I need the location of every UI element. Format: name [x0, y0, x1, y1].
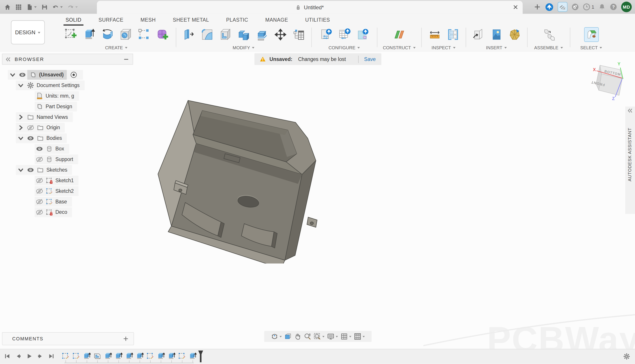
parameters-button[interactable] [292, 28, 306, 42]
visibility-toggle-icon[interactable] [26, 166, 35, 174]
caret-icon[interactable] [60, 5, 63, 8]
new-component-button[interactable] [542, 28, 556, 42]
timeline-feature-extrude-5[interactable] [103, 352, 113, 360]
extrude-button[interactable] [82, 28, 96, 42]
app-grid-button[interactable] [15, 4, 22, 10]
timeline-feature-extrude-7[interactable] [124, 352, 134, 360]
tab-plastic[interactable]: PLASTIC [218, 14, 257, 25]
minimize-icon[interactable] [124, 57, 129, 62]
tree-row-surface[interactable]: Origin [16, 123, 65, 132]
zoom-window-button[interactable] [313, 333, 325, 340]
undo-button[interactable] [52, 4, 63, 10]
tree-row-surface[interactable]: Sketches [16, 165, 72, 175]
insert-mesh-button[interactable] [508, 28, 522, 42]
step-back-button[interactable] [15, 353, 22, 359]
visibility-toggle-icon[interactable] [35, 198, 44, 206]
file-new-button[interactable] [26, 4, 37, 10]
create-sketch-button[interactable] [64, 28, 78, 42]
shell-button[interactable] [219, 28, 233, 42]
close-icon[interactable] [512, 4, 519, 10]
timeline-feature-extrude-10[interactable] [155, 352, 166, 360]
save-button[interactable] [41, 4, 48, 10]
job-status-clock-button[interactable]: 1 [583, 3, 594, 10]
revolve-button[interactable] [100, 28, 114, 42]
upload-button[interactable] [545, 3, 554, 11]
configure-table-button[interactable] [338, 28, 351, 42]
new-tab-plus-button[interactable] [534, 3, 541, 10]
offset-face-button[interactable] [255, 28, 269, 42]
select-tool-button[interactable] [584, 27, 599, 42]
caret-icon[interactable] [34, 5, 37, 8]
tree-row-surface[interactable]: Base [35, 197, 72, 206]
step-forward-button[interactable] [37, 353, 44, 359]
caret-icon[interactable] [349, 335, 352, 338]
group-label-modify[interactable]: MODIFY [233, 44, 255, 51]
help-button[interactable]: ? [610, 3, 617, 10]
tree-row-surface[interactable]: Part Design [35, 102, 77, 111]
timeline-feature-shell-4[interactable] [92, 352, 103, 360]
avatar-button[interactable]: MD [621, 2, 632, 12]
tree-row-surface[interactable]: Sketch2 [35, 186, 79, 196]
chevron-down-icon[interactable] [16, 134, 26, 142]
tab-sheet-metal[interactable]: SHEET METAL [164, 14, 218, 25]
tab-utilities[interactable]: UTILITIES [296, 14, 339, 25]
press-pull-button[interactable] [182, 28, 196, 42]
play-button[interactable] [26, 353, 33, 359]
derive-button[interactable] [471, 28, 485, 42]
group-label-configure[interactable]: CONFIGURE [329, 44, 360, 51]
pattern-button[interactable] [137, 28, 151, 42]
visibility-toggle-icon[interactable] [35, 188, 44, 195]
chevron-down-icon[interactable] [16, 166, 26, 174]
tree-row-surface[interactable]: Document Settings [16, 80, 85, 90]
visibility-toggle-icon[interactable] [26, 134, 35, 142]
fillet-button[interactable] [200, 28, 214, 42]
chevron-down-icon[interactable] [16, 82, 26, 89]
timeline-feature-extrude-13[interactable] [187, 352, 198, 360]
view-cube[interactable]: X Y Z BOTTOM FRONT [589, 59, 628, 101]
tree-row-surface[interactable]: Deco [35, 208, 72, 217]
group-label-construct[interactable]: CONSTRUCT [383, 44, 416, 51]
chevron-right-icon[interactable] [16, 124, 26, 132]
tree-row-surface[interactable]: Units: mm, g [35, 91, 79, 101]
timeline-playhead[interactable] [198, 350, 204, 363]
section-analysis-button[interactable] [446, 28, 460, 42]
model-canvas[interactable]: PCBWay [0, 52, 635, 349]
skip-end-button[interactable] [48, 353, 54, 359]
home-button[interactable] [4, 4, 11, 10]
timeline-feature-sketch-2[interactable] [71, 352, 81, 360]
timeline-feature-extrude-11[interactable] [166, 352, 177, 360]
timeline-feature-extrude-3[interactable] [81, 352, 92, 360]
tab-mesh[interactable]: MESH [132, 14, 164, 25]
caret-icon[interactable] [322, 335, 325, 338]
tree-row-surface[interactable]: (Unsaved) [8, 70, 83, 80]
timeline-feature-sketch-1[interactable] [60, 352, 71, 360]
chevron-right-icon[interactable] [16, 114, 26, 121]
tree-row-surface[interactable]: Sketch1 [35, 176, 79, 185]
display-settings-button[interactable] [327, 333, 338, 340]
caret-icon[interactable] [336, 335, 338, 338]
autodesk-assistant-strip[interactable]: AUTODESK ASSISTANT [625, 106, 635, 214]
tab-manage[interactable]: MANAGE [257, 14, 296, 25]
timeline-feature-sketch-12[interactable] [177, 352, 187, 360]
collapse-assistant-icon[interactable] [628, 108, 632, 113]
combine-button[interactable] [237, 28, 251, 42]
move-button[interactable] [273, 28, 287, 42]
model-body-box[interactable] [157, 93, 328, 264]
assistant-toggle-button[interactable] [558, 2, 567, 12]
assistant-toggle[interactable] [558, 2, 567, 12]
pan-button[interactable] [294, 333, 301, 340]
visibility-toggle-icon[interactable] [35, 156, 44, 163]
grid-settings-button[interactable] [340, 333, 352, 340]
caret-icon[interactable] [75, 5, 78, 8]
chevron-down-icon[interactable] [8, 71, 18, 78]
tree-row-surface[interactable]: Bodies [16, 134, 67, 143]
tree-row-surface[interactable]: Support [35, 154, 78, 164]
zoom-button[interactable] [303, 333, 311, 340]
viewports-button[interactable] [354, 333, 365, 340]
save-link[interactable]: Save [364, 56, 376, 62]
gear-icon[interactable] [623, 353, 630, 360]
collapse-panel-icon[interactable] [6, 57, 11, 62]
timeline-feature-extrude-8[interactable] [134, 352, 145, 360]
add-comment-icon[interactable] [123, 336, 129, 342]
group-label-insert[interactable]: INSERT [486, 44, 507, 51]
